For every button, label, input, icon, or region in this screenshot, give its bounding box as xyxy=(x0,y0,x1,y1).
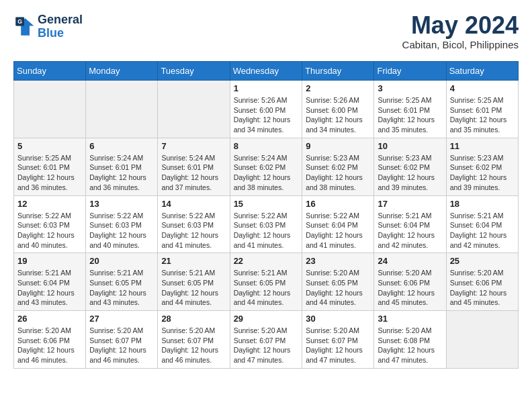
title-block: May 2024 Cabitan, Bicol, Philippines xyxy=(402,13,519,50)
calendar-week-4: 19Sunrise: 5:21 AM Sunset: 6:04 PM Dayli… xyxy=(14,253,519,311)
calendar-week-2: 5Sunrise: 5:25 AM Sunset: 6:01 PM Daylig… xyxy=(14,138,519,195)
day-info: Sunrise: 5:25 AM Sunset: 6:01 PM Dayligh… xyxy=(17,153,82,193)
calendar-week-1: 1Sunrise: 5:26 AM Sunset: 6:00 PM Daylig… xyxy=(14,81,519,138)
day-info: Sunrise: 5:20 AM Sunset: 6:05 PM Dayligh… xyxy=(306,268,370,308)
day-info: Sunrise: 5:22 AM Sunset: 6:03 PM Dayligh… xyxy=(234,211,299,250)
calendar-cell: 6Sunrise: 5:24 AM Sunset: 6:01 PM Daylig… xyxy=(86,138,158,195)
day-header-wednesday: Wednesday xyxy=(230,62,302,81)
day-info: Sunrise: 5:20 AM Sunset: 6:08 PM Dayligh… xyxy=(378,326,442,365)
day-number: 26 xyxy=(17,314,82,324)
day-number: 3 xyxy=(378,83,442,93)
day-number: 25 xyxy=(450,256,515,266)
day-header-monday: Monday xyxy=(86,62,158,81)
day-header-tuesday: Tuesday xyxy=(158,62,230,81)
day-info: Sunrise: 5:20 AM Sunset: 6:07 PM Dayligh… xyxy=(306,326,370,365)
calendar-cell xyxy=(446,311,518,369)
day-header-sunday: Sunday xyxy=(14,62,86,81)
calendar-cell: 13Sunrise: 5:22 AM Sunset: 6:03 PM Dayli… xyxy=(86,195,158,253)
day-info: Sunrise: 5:23 AM Sunset: 6:02 PM Dayligh… xyxy=(450,153,515,193)
day-number: 22 xyxy=(234,256,299,266)
day-info: Sunrise: 5:21 AM Sunset: 6:04 PM Dayligh… xyxy=(378,211,442,250)
calendar-cell: 20Sunrise: 5:21 AM Sunset: 6:05 PM Dayli… xyxy=(86,253,158,311)
calendar-cell: 7Sunrise: 5:24 AM Sunset: 6:01 PM Daylig… xyxy=(158,138,230,195)
calendar-cell: 26Sunrise: 5:20 AM Sunset: 6:06 PM Dayli… xyxy=(14,311,86,369)
calendar-cell: 12Sunrise: 5:22 AM Sunset: 6:03 PM Dayli… xyxy=(14,195,86,253)
day-number: 28 xyxy=(161,314,226,324)
day-info: Sunrise: 5:21 AM Sunset: 6:04 PM Dayligh… xyxy=(450,211,515,250)
day-info: Sunrise: 5:22 AM Sunset: 6:03 PM Dayligh… xyxy=(161,211,226,250)
page-header: G General Blue May 2024 Cabitan, Bicol, … xyxy=(13,13,519,50)
calendar-cell: 11Sunrise: 5:23 AM Sunset: 6:02 PM Dayli… xyxy=(446,138,518,195)
day-info: Sunrise: 5:20 AM Sunset: 6:06 PM Dayligh… xyxy=(17,326,82,365)
calendar-cell: 3Sunrise: 5:25 AM Sunset: 6:01 PM Daylig… xyxy=(374,81,446,138)
calendar-cell xyxy=(158,81,230,138)
day-info: Sunrise: 5:24 AM Sunset: 6:01 PM Dayligh… xyxy=(89,153,154,193)
calendar-cell: 8Sunrise: 5:24 AM Sunset: 6:02 PM Daylig… xyxy=(230,138,302,195)
day-number: 11 xyxy=(450,141,515,151)
day-number: 6 xyxy=(89,141,154,151)
day-info: Sunrise: 5:20 AM Sunset: 6:07 PM Dayligh… xyxy=(234,326,299,365)
day-number: 21 xyxy=(161,256,226,266)
day-info: Sunrise: 5:20 AM Sunset: 6:07 PM Dayligh… xyxy=(89,326,154,365)
day-info: Sunrise: 5:20 AM Sunset: 6:06 PM Dayligh… xyxy=(450,268,515,308)
day-number: 27 xyxy=(89,314,154,324)
calendar-cell: 28Sunrise: 5:20 AM Sunset: 6:07 PM Dayli… xyxy=(158,311,230,369)
calendar-cell: 31Sunrise: 5:20 AM Sunset: 6:08 PM Dayli… xyxy=(374,311,446,369)
day-number: 23 xyxy=(306,256,370,266)
day-info: Sunrise: 5:21 AM Sunset: 6:05 PM Dayligh… xyxy=(161,268,226,308)
day-info: Sunrise: 5:24 AM Sunset: 6:01 PM Dayligh… xyxy=(161,153,226,193)
day-number: 14 xyxy=(161,199,226,209)
month-title: May 2024 xyxy=(402,13,519,38)
day-number: 24 xyxy=(378,256,442,266)
day-number: 4 xyxy=(450,83,515,93)
day-info: Sunrise: 5:23 AM Sunset: 6:02 PM Dayligh… xyxy=(378,153,442,193)
logo-text-line1: General xyxy=(38,13,83,27)
calendar-cell: 14Sunrise: 5:22 AM Sunset: 6:03 PM Dayli… xyxy=(158,195,230,253)
calendar-cell: 23Sunrise: 5:20 AM Sunset: 6:05 PM Dayli… xyxy=(302,253,374,311)
day-number: 31 xyxy=(378,314,442,324)
calendar-cell: 25Sunrise: 5:20 AM Sunset: 6:06 PM Dayli… xyxy=(446,253,518,311)
day-info: Sunrise: 5:20 AM Sunset: 6:07 PM Dayligh… xyxy=(161,326,226,365)
day-info: Sunrise: 5:21 AM Sunset: 6:05 PM Dayligh… xyxy=(89,268,154,308)
location-subtitle: Cabitan, Bicol, Philippines xyxy=(402,39,519,50)
day-info: Sunrise: 5:23 AM Sunset: 6:02 PM Dayligh… xyxy=(306,153,370,193)
day-header-saturday: Saturday xyxy=(446,62,518,81)
day-number: 7 xyxy=(161,141,226,151)
day-number: 20 xyxy=(89,256,154,266)
day-info: Sunrise: 5:26 AM Sunset: 6:00 PM Dayligh… xyxy=(306,95,370,135)
calendar-cell: 19Sunrise: 5:21 AM Sunset: 6:04 PM Dayli… xyxy=(14,253,86,311)
calendar-cell: 1Sunrise: 5:26 AM Sunset: 6:00 PM Daylig… xyxy=(230,81,302,138)
calendar-week-3: 12Sunrise: 5:22 AM Sunset: 6:03 PM Dayli… xyxy=(14,195,519,253)
day-info: Sunrise: 5:21 AM Sunset: 6:05 PM Dayligh… xyxy=(234,268,299,308)
day-number: 19 xyxy=(17,256,82,266)
calendar-cell: 9Sunrise: 5:23 AM Sunset: 6:02 PM Daylig… xyxy=(302,138,374,195)
calendar-cell: 10Sunrise: 5:23 AM Sunset: 6:02 PM Dayli… xyxy=(374,138,446,195)
calendar-cell: 15Sunrise: 5:22 AM Sunset: 6:03 PM Dayli… xyxy=(230,195,302,253)
day-number: 1 xyxy=(234,83,299,93)
calendar-week-5: 26Sunrise: 5:20 AM Sunset: 6:06 PM Dayli… xyxy=(14,311,519,369)
logo-text-line2: Blue xyxy=(38,27,83,40)
day-info: Sunrise: 5:25 AM Sunset: 6:01 PM Dayligh… xyxy=(450,95,515,135)
calendar-cell: 17Sunrise: 5:21 AM Sunset: 6:04 PM Dayli… xyxy=(374,195,446,253)
day-number: 29 xyxy=(234,314,299,324)
day-number: 8 xyxy=(234,141,299,151)
calendar-cell: 24Sunrise: 5:20 AM Sunset: 6:06 PM Dayli… xyxy=(374,253,446,311)
day-info: Sunrise: 5:25 AM Sunset: 6:01 PM Dayligh… xyxy=(378,95,442,135)
day-info: Sunrise: 5:22 AM Sunset: 6:04 PM Dayligh… xyxy=(306,211,370,250)
day-number: 5 xyxy=(17,141,82,151)
day-info: Sunrise: 5:22 AM Sunset: 6:03 PM Dayligh… xyxy=(89,211,154,250)
calendar-cell: 16Sunrise: 5:22 AM Sunset: 6:04 PM Dayli… xyxy=(302,195,374,253)
day-number: 10 xyxy=(378,141,442,151)
calendar-cell: 29Sunrise: 5:20 AM Sunset: 6:07 PM Dayli… xyxy=(230,311,302,369)
day-number: 16 xyxy=(306,199,370,209)
day-number: 30 xyxy=(306,314,370,324)
calendar-cell: 30Sunrise: 5:20 AM Sunset: 6:07 PM Dayli… xyxy=(302,311,374,369)
calendar-cell: 4Sunrise: 5:25 AM Sunset: 6:01 PM Daylig… xyxy=(446,81,518,138)
day-info: Sunrise: 5:26 AM Sunset: 6:00 PM Dayligh… xyxy=(234,95,299,135)
day-info: Sunrise: 5:20 AM Sunset: 6:06 PM Dayligh… xyxy=(378,268,442,308)
day-info: Sunrise: 5:22 AM Sunset: 6:03 PM Dayligh… xyxy=(17,211,82,250)
calendar-cell xyxy=(14,81,86,138)
day-number: 17 xyxy=(378,199,442,209)
logo: G General Blue xyxy=(13,13,83,40)
calendar-table: SundayMondayTuesdayWednesdayThursdayFrid… xyxy=(13,61,519,369)
